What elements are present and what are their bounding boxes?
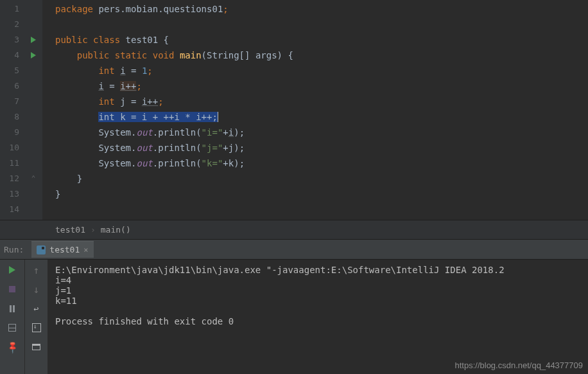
line-number: 11 — [0, 156, 24, 171]
run-tab[interactable]: test01 × — [31, 241, 93, 258]
breadcrumb-item[interactable]: main() — [101, 220, 131, 240]
run-tab-bar: Run: test01 × — [0, 239, 588, 260]
package-name: pers.mobian.questions01 — [98, 4, 223, 14]
method-name: main — [180, 50, 202, 60]
editor-area: 1 2 3 4 5 6 7 8 9 10 11 12 13 14 ⌃ packa… — [0, 0, 588, 220]
selected-text: int k = i + ++i * i++; — [98, 112, 217, 122]
console-command: E:\Environment\java\jdk11\bin\java.exe "… — [55, 265, 505, 275]
fold-icon[interactable]: ⌃ — [31, 171, 36, 186]
run-gutter-icon[interactable] — [24, 48, 42, 63]
chevron-right-icon: › — [91, 220, 96, 240]
pause-icon[interactable] — [7, 303, 17, 314]
line-number: 13 — [0, 186, 24, 202]
line-number: 8 — [0, 109, 24, 125]
class-name: test01 — [126, 35, 159, 45]
pin-icon[interactable]: 📌 — [5, 340, 20, 355]
line-number: 9 — [0, 125, 24, 140]
print-icon[interactable] — [31, 342, 42, 352]
arrow-down-icon[interactable]: ↓ — [31, 284, 42, 294]
layout-icon[interactable] — [7, 323, 17, 333]
keyword: public static void — [77, 50, 175, 60]
file-icon — [37, 245, 46, 254]
run-panel-label: Run: — [0, 245, 31, 254]
rerun-icon[interactable] — [7, 265, 17, 275]
line-number-gutter: 1 2 3 4 5 6 7 8 9 10 11 12 13 14 — [0, 0, 24, 220]
console-output[interactable]: E:\Environment\java\jdk11\bin\java.exe "… — [48, 260, 588, 374]
line-number: 5 — [0, 63, 24, 78]
line-number: 12 — [0, 171, 24, 186]
run-gutter-icon[interactable] — [24, 32, 42, 48]
line-number: 14 — [0, 202, 24, 217]
run-toolbar-secondary: ↑ ↓ ↩ — [24, 260, 48, 374]
run-panel: 📌 ↑ ↓ ↩ E:\Environment\java\jdk11\bin\ja… — [0, 260, 588, 374]
console-line: j=1 — [55, 285, 71, 296]
console-exit: Process finished with exit code 0 — [55, 316, 234, 326]
line-number: 7 — [0, 94, 24, 109]
console-line: i=4 — [55, 275, 71, 285]
line-number: 4 — [0, 48, 24, 63]
breadcrumb: test01 › main() — [0, 220, 588, 239]
keyword: package — [55, 4, 93, 14]
line-number: 2 — [0, 17, 24, 32]
caret — [218, 112, 218, 122]
soft-wrap-icon[interactable]: ↩ — [31, 303, 42, 314]
gutter-icons: ⌃ — [24, 0, 42, 220]
export-icon[interactable] — [31, 323, 42, 333]
run-toolbar-primary: 📌 — [0, 260, 24, 374]
stop-icon[interactable] — [7, 284, 17, 294]
line-number: 3 — [0, 32, 24, 48]
console-line: k=11 — [55, 296, 77, 306]
line-number: 6 — [0, 78, 24, 94]
breadcrumb-item[interactable]: test01 — [55, 220, 85, 240]
arrow-up-icon[interactable]: ↑ — [31, 265, 42, 275]
watermark: https://blog.csdn.net/qq_44377709 — [455, 361, 584, 370]
code-editor[interactable]: package pers.mobian.questions01; public … — [42, 0, 588, 220]
line-number: 1 — [0, 1, 24, 17]
keyword: public class — [55, 35, 120, 45]
close-icon[interactable]: × — [83, 245, 88, 254]
run-tab-label: test01 — [49, 245, 80, 254]
line-number: 10 — [0, 140, 24, 156]
